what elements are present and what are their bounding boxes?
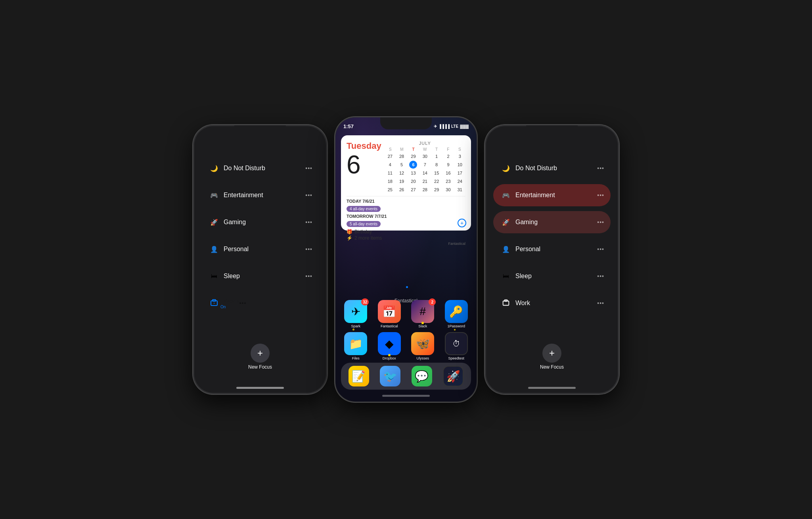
dow-s2: S bbox=[454, 147, 465, 152]
focus-item-work-3[interactable]: Work ••• bbox=[493, 292, 611, 314]
focus-item-gaming-3[interactable]: 🚀 Gaming ••• bbox=[493, 211, 611, 233]
bed-icon-1: 🛏 bbox=[208, 270, 220, 283]
gamepad-icon-3: 🎮 bbox=[500, 189, 512, 202]
battery-icon: ▓▓▓ bbox=[460, 124, 469, 129]
focus-dots-entertainment-1: ••• bbox=[305, 192, 312, 198]
slack-icon: # 2 bbox=[411, 300, 434, 323]
new-focus-button-3[interactable]: + New Focus bbox=[540, 344, 564, 370]
calendar-dow-row: S M T W T F S bbox=[385, 147, 465, 152]
new-focus-label-3: New Focus bbox=[540, 364, 564, 370]
focus-label-entertainment-3: Entertainment bbox=[515, 192, 597, 199]
birthday-item: 🎁 Birthday bbox=[347, 229, 465, 235]
location-icon: ✈ bbox=[434, 124, 437, 129]
phones-container: 🌙 Do Not Disturb ••• 🎮 Entertainment •••… bbox=[185, 109, 627, 410]
app-speedtest[interactable]: ⏱ Speedtest bbox=[442, 332, 471, 360]
app-fantastical[interactable]: 📅 Fantastical bbox=[375, 300, 404, 328]
app-slack[interactable]: # 2 Slack bbox=[408, 300, 438, 328]
focus-item-entertainment-1[interactable]: 🎮 Entertainment ••• bbox=[201, 184, 319, 206]
messages-icon: 💬 bbox=[412, 366, 432, 386]
spark-icon: ✈ 32 bbox=[344, 300, 367, 323]
phone-3: 🌙 Do Not Disturb ••• 🎮 Entertainment •••… bbox=[485, 125, 619, 394]
calendar-month: JULY bbox=[385, 141, 465, 146]
calendar-widget[interactable]: Tuesday 6 JULY S M T W T F S bbox=[341, 135, 471, 231]
focus-label-sleep-1: Sleep bbox=[224, 273, 305, 280]
app-files[interactable]: 📁 Files bbox=[341, 332, 371, 360]
new-focus-button-1[interactable]: + New Focus bbox=[248, 344, 272, 370]
fantastical-widget-label: Fantastical bbox=[347, 242, 465, 246]
phone-3-screen: 🌙 Do Not Disturb ••• 🎮 Entertainment •••… bbox=[485, 125, 619, 394]
work-icon-3 bbox=[500, 297, 512, 309]
focus-label-work-3: Work bbox=[515, 300, 597, 307]
dow-s1: S bbox=[385, 147, 396, 152]
work-on-label-1: On bbox=[220, 305, 239, 309]
fantastical-icon: 📅 bbox=[378, 300, 401, 323]
slack-label: Slack bbox=[418, 324, 427, 328]
focus-item-dnd-1[interactable]: 🌙 Do Not Disturb ••• bbox=[201, 157, 319, 179]
focus-item-work-1[interactable]: Work On ••• bbox=[201, 292, 319, 314]
lte-label: LTE bbox=[451, 124, 458, 129]
focus-label-entertainment-1: Entertainment bbox=[224, 192, 305, 199]
spark-badge: 32 bbox=[361, 298, 369, 306]
focus-item-sleep-3[interactable]: 🛏 Sleep ••• bbox=[493, 265, 611, 287]
dock-messages[interactable]: 💬 bbox=[407, 366, 437, 386]
slack-badge: 2 bbox=[429, 298, 436, 306]
tweetbot-icon: 🐦 bbox=[380, 366, 400, 386]
person-icon-3: 👤 bbox=[500, 243, 512, 256]
calendar-add-button[interactable]: + bbox=[458, 219, 466, 227]
focus-dots-sleep-1: ••• bbox=[305, 273, 312, 279]
more-icon: ⚡ bbox=[347, 235, 352, 241]
1password-icon: 🔑 bbox=[445, 300, 468, 323]
status-icons-2: ✈ ▐▐▐▐ LTE ▓▓▓ bbox=[434, 124, 469, 129]
calendar-grid: 27282930123 45678910 11121314151617 1819… bbox=[385, 152, 465, 194]
focus-dots-work-1: ••• bbox=[239, 300, 247, 306]
focus-dots-sleep-3: ••• bbox=[597, 273, 604, 279]
focus-item-sleep-1[interactable]: 🛏 Sleep ••• bbox=[201, 265, 319, 287]
1password-label: 1Password bbox=[447, 324, 465, 328]
app-spark[interactable]: ✈ 32 Spark bbox=[341, 300, 371, 328]
focus-label-personal-1: Personal bbox=[224, 246, 305, 253]
phone-2: 1:57 ✈ ▐▐▐▐ LTE ▓▓▓ Tuesday 6 bbox=[335, 117, 477, 402]
notes-icon: 📝 bbox=[349, 366, 369, 386]
dock: 📝 🐦 💬 🚀 bbox=[341, 363, 471, 390]
focus-dots-dnd-1: ••• bbox=[305, 165, 312, 171]
rocket-dock-icon: 🚀 bbox=[443, 366, 463, 386]
app-dropbox[interactable]: ◆ Dropbox bbox=[375, 332, 404, 360]
focus-item-personal-1[interactable]: 👤 Personal ••• bbox=[201, 238, 319, 260]
focus-item-personal-3[interactable]: 👤 Personal ••• bbox=[493, 238, 611, 260]
ulysses-icon: 🦋 bbox=[411, 332, 434, 355]
notch-2 bbox=[380, 117, 432, 129]
dropbox-label: Dropbox bbox=[383, 356, 396, 360]
dow-f: F bbox=[442, 147, 454, 152]
phone-2-screen: 1:57 ✈ ▐▐▐▐ LTE ▓▓▓ Tuesday 6 bbox=[335, 117, 477, 402]
focus-item-gaming-1[interactable]: 🚀 Gaming ••• bbox=[201, 211, 319, 233]
focus-item-entertainment-3[interactable]: 🎮 Entertainment ••• bbox=[493, 184, 611, 206]
new-focus-circle-1: + bbox=[251, 344, 270, 363]
new-focus-circle-3: + bbox=[542, 344, 561, 363]
focus-dots-gaming-3: ••• bbox=[597, 219, 604, 225]
app-1password[interactable]: 🔑 1Password bbox=[442, 300, 471, 328]
moon-icon: 🌙 bbox=[208, 162, 220, 175]
files-icon: 📁 bbox=[344, 332, 367, 355]
spark-label: Spark bbox=[351, 324, 360, 328]
new-focus-label-1: New Focus bbox=[248, 364, 272, 370]
focus-label-sleep-3: Sleep bbox=[515, 273, 597, 280]
dock-rocket[interactable]: 🚀 bbox=[439, 366, 468, 386]
gamepad-icon-1: 🎮 bbox=[208, 189, 220, 202]
birthday-icon: 🎁 bbox=[347, 229, 352, 235]
home-indicator-3 bbox=[528, 387, 576, 389]
status-time-2: 1:57 bbox=[343, 123, 354, 129]
focus-item-dnd-3[interactable]: 🌙 Do Not Disturb ••• bbox=[493, 157, 611, 179]
focus-dots-dnd-3: ••• bbox=[597, 165, 604, 171]
notch-1 bbox=[234, 125, 286, 137]
speedtest-label: Speedtest bbox=[448, 356, 464, 360]
rocket-icon-3: 🚀 bbox=[500, 216, 512, 229]
phone-1: 🌙 Do Not Disturb ••• 🎮 Entertainment •••… bbox=[193, 125, 327, 394]
focus-list-1: 🌙 Do Not Disturb ••• 🎮 Entertainment •••… bbox=[201, 157, 319, 314]
app-grid-row2: 📁 Files ◆ Dropbox 🦋 Ulysses bbox=[341, 332, 471, 360]
phone-1-screen: 🌙 Do Not Disturb ••• 🎮 Entertainment •••… bbox=[193, 125, 327, 394]
dock-tweetbot[interactable]: 🐦 bbox=[376, 366, 405, 386]
speedtest-icon: ⏱ bbox=[445, 332, 468, 355]
dow-t2: T bbox=[431, 147, 442, 152]
app-ulysses[interactable]: 🦋 Ulysses bbox=[408, 332, 438, 360]
dock-notes[interactable]: 📝 bbox=[344, 366, 373, 386]
